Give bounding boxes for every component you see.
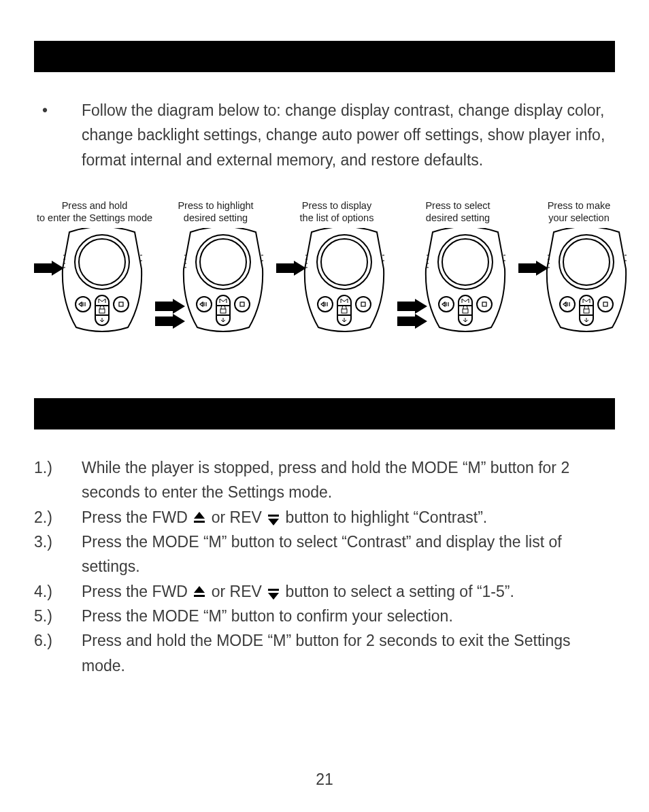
svg-point-43 [563,239,610,285]
svg-marker-59 [268,593,279,600]
diagram-caption-line: Press to select [425,199,490,212]
diagram-caption-line: Press to highlight [178,199,253,212]
svg-rect-58 [268,589,279,591]
svg-rect-46 [603,302,608,306]
step-text: Press the FWD or REV button to select a … [82,579,514,604]
step-text-part: button to select a setting of “1-5”. [281,583,514,600]
step-number: 2.) [34,505,82,530]
diagram-caption-line: the list of options [300,212,374,224]
intro-paragraph: • Follow the diagram below to: change di… [34,98,615,172]
svg-rect-18 [220,309,226,313]
svg-marker-20 [155,314,185,329]
svg-rect-25 [361,302,365,306]
step-text-part: Press the MODE “M” button to confirm you… [82,607,453,625]
step-number: 1.) [34,455,82,505]
diagram-cell: Press and holdto enter the Settings mode [34,198,155,337]
step-row: 6.)Press and hold the MODE “M” button fo… [34,628,615,678]
svg-marker-41 [397,314,427,329]
step-text: Press the FWD or REV button to highlight… [82,505,487,530]
step-text: Press the MODE “M” button to confirm you… [82,604,453,628]
step-number: 4.) [34,579,82,604]
rev-down-glyph-icon [267,586,280,600]
step-text: Press and hold the MODE “M” button for 2… [82,628,615,678]
diagram-cell: Press to highlightdesired setting [155,198,276,337]
svg-point-24 [356,297,371,312]
svg-rect-39 [463,309,468,313]
step-number: 3.) [34,530,82,579]
step-text-part: button to highlight “Contrast”. [281,508,487,526]
svg-point-10 [196,235,250,289]
svg-marker-40 [397,299,427,314]
diagram-caption-line: to enter the Settings mode [37,212,152,224]
page-number: 21 [0,770,649,789]
diagram-caption-line: Press and hold [37,199,152,212]
fwd-up-glyph-icon [193,586,205,600]
svg-rect-54 [268,515,279,517]
diagram-caption-line: Press to make [548,199,611,212]
step-text-part: or REV [207,583,266,600]
svg-point-45 [598,297,613,312]
step-text-part: Press the FWD [82,583,192,600]
svg-point-1 [79,239,125,285]
diagram-row: Press and holdto enter the Settings mode [34,198,615,337]
step-text: Press the MODE “M” button to select “Con… [82,530,615,579]
svg-marker-56 [194,586,205,593]
svg-rect-29 [342,309,347,313]
diagram-caption: Press and holdto enter the Settings mode [37,198,152,224]
step-row: 2.)Press the FWD or REV button to highli… [34,505,615,530]
diagram-cell: Press to displaythe list of options [276,198,397,337]
diagram-cell: Press to makeyour selection [518,198,639,337]
section-black-bar-1 [34,41,615,72]
section-black-bar-2 [34,398,615,429]
diagram-caption-line: your selection [548,212,611,224]
mp3-player-device [155,228,276,337]
step-row: 5.)Press the MODE “M” button to confirm … [34,604,615,628]
step-text: While the player is stopped, press and h… [82,455,615,505]
svg-rect-57 [194,595,205,597]
intro-bullet: • [42,98,82,172]
diagram-caption: Press to selectdesired setting [425,198,490,224]
svg-point-21 [317,235,371,289]
mp3-player-device [518,228,639,337]
svg-marker-30 [276,261,306,276]
diagram-caption-line: desired setting [425,212,490,224]
diagram-caption: Press to highlightdesired setting [178,198,253,224]
step-text-part: or REV [207,508,266,526]
svg-point-0 [75,235,129,289]
svg-point-32 [442,239,488,285]
svg-point-22 [321,239,367,285]
diagram-caption: Press to displaythe list of options [300,198,374,224]
svg-point-3 [114,297,129,312]
mp3-player-device [276,228,397,337]
svg-point-31 [438,235,493,289]
svg-rect-8 [99,309,105,313]
svg-rect-50 [584,309,589,313]
svg-point-13 [235,297,250,312]
svg-marker-51 [518,261,548,276]
diagram-cell: Press to selectdesired setting [397,198,518,337]
svg-marker-9 [34,261,64,276]
step-text-part: Press and hold the MODE “M” button for 2… [82,632,570,674]
step-number: 5.) [34,604,82,628]
mp3-player-device [34,228,155,337]
step-row: 4.)Press the FWD or REV button to select… [34,579,615,604]
diagram-caption-line: Press to display [300,199,374,212]
intro-text: Follow the diagram below to: change disp… [82,98,615,172]
step-row: 1.)While the player is stopped, press an… [34,455,615,505]
instruction-steps: 1.)While the player is stopped, press an… [34,455,615,678]
svg-marker-19 [155,299,185,314]
diagram-caption: Press to makeyour selection [548,198,611,224]
manual-page: • Follow the diagram below to: change di… [0,0,649,812]
step-number: 6.) [34,628,82,678]
fwd-up-glyph-icon [193,512,205,525]
svg-marker-52 [194,512,205,519]
svg-rect-35 [482,302,486,306]
svg-rect-53 [194,521,205,523]
svg-marker-55 [268,519,279,525]
svg-point-11 [200,239,246,285]
svg-rect-14 [240,302,244,306]
step-text-part: Press the MODE “M” button to select “Con… [82,533,562,575]
step-row: 3.)Press the MODE “M” button to select “… [34,530,615,579]
svg-rect-4 [119,302,123,306]
diagram-caption-line: desired setting [178,212,253,224]
